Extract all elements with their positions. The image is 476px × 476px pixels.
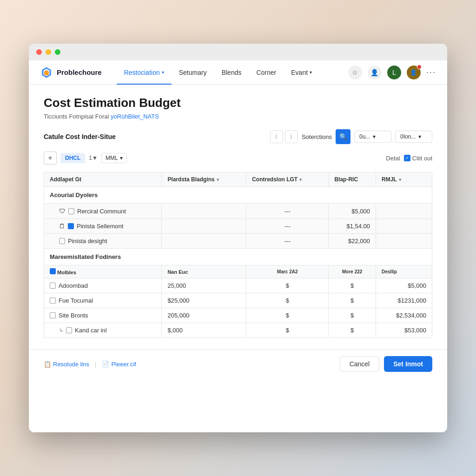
row-checkbox[interactable] — [50, 312, 56, 318]
more-options-button[interactable]: ··· — [426, 67, 436, 77]
avatar-button[interactable]: 👤 — [407, 66, 421, 79]
settings-icon-button[interactable]: L — [387, 66, 401, 79]
section-title-1: Acourial Dyolers — [44, 187, 432, 204]
nav-item-evant[interactable]: Evant ▾ — [284, 60, 319, 85]
row-cell-col3: --- — [246, 204, 329, 219]
chevron-down-icon-4: ▾ — [418, 133, 421, 140]
logo-text: Problechoure — [57, 68, 102, 76]
table-row: ↳ Kand car inl $,000 $ $ $53,000 — [44, 323, 432, 338]
row-cell-col3: $ — [246, 308, 329, 323]
sub-col-4: More 222 — [329, 265, 376, 278]
dhcl-tag[interactable]: DHCL — [60, 153, 85, 163]
dropdown-2[interactable]: 0Ion... ▾ — [395, 131, 432, 143]
set-inmot-button[interactable]: Set Inmot — [384, 356, 432, 372]
dropdown-1[interactable]: 0u... ▾ — [354, 131, 391, 143]
row-cell-name: Adoombad — [44, 278, 162, 293]
row-cell-col3: --- — [246, 234, 329, 249]
row-cell-col5 — [376, 219, 432, 234]
row-checkbox[interactable] — [68, 208, 74, 214]
nav-item-setumary[interactable]: Setumary — [172, 60, 214, 85]
row-checkbox[interactable] — [66, 327, 72, 333]
col-header-4: Blap-RIC — [329, 172, 376, 187]
pleeercif-icon: 📄 — [102, 361, 109, 368]
row-cell-col5 — [376, 234, 432, 249]
maximize-button[interactable] — [55, 49, 60, 55]
file-icon: 🗒 — [59, 223, 65, 230]
sub-col-3: Marc 2A2 — [246, 265, 329, 278]
table-row: Pinista desight --- $22,000 — [44, 234, 432, 249]
row-checkbox[interactable] — [50, 283, 56, 289]
table-row: Site Bronts 205,000 $ $ $2,534,000 — [44, 308, 432, 323]
toolbar-right: ⟨ ⟩ Soterctions 🔍 0u... ▾ 0Ion... ▾ — [270, 129, 432, 144]
nav-items: Restociation ▾ Setumary Blends Corner Ev… — [117, 60, 348, 85]
chevron-down-icon-5: ▾ — [120, 155, 123, 161]
footer-divider: | — [95, 361, 96, 368]
footer-bar: 📋 Resolude lins | 📄 Pleeer.cif Cancel Se… — [29, 349, 447, 378]
row-cell-col5: $2,534,000 — [376, 308, 432, 323]
section-header-2: Mareemisltated Fodiners — [44, 249, 432, 265]
col-header-2[interactable]: Plardsta Bladgins ▾ — [162, 172, 246, 187]
resolude-link[interactable]: 📋 Resolude lins — [44, 361, 89, 368]
page-subtitle: Ticciunts Fotnpisal Foral yoRühBliet_NAT… — [44, 113, 432, 120]
close-button[interactable] — [36, 49, 42, 55]
row-cell-col4: $ — [329, 293, 376, 308]
row-checkbox[interactable] — [68, 223, 74, 229]
footer-links: 📋 Resolude lins | 📄 Pleeer.cif — [44, 361, 136, 368]
sub-col-1: Molbles — [44, 265, 162, 278]
mml-dropdown[interactable]: MML ▾ — [101, 153, 127, 163]
row-cell-col4: $22,000 — [329, 234, 376, 249]
add-filter-button[interactable]: + — [44, 152, 57, 165]
cancel-button[interactable]: Cancel — [340, 356, 380, 372]
main-content: Cost Estimation Budget Ticciunts Fotnpis… — [29, 85, 447, 349]
sort-icon-2: ▾ — [217, 177, 219, 182]
section-header-1: Acourial Dyolers — [44, 187, 432, 204]
toolbar-left: Catule Cost Inder-Situe — [44, 133, 116, 140]
row-cell-col4: $5,000 — [329, 204, 376, 219]
nav-item-blends[interactable]: Blends — [214, 60, 249, 85]
clitout-checkbox[interactable]: ✓ — [404, 155, 410, 161]
row-checkbox[interactable] — [59, 238, 65, 244]
section-title-2: Mareemisltated Fodiners — [44, 249, 432, 265]
row-cell-col4: $ — [329, 308, 376, 323]
sort-icon-3: ▾ — [299, 177, 302, 182]
detail-label: Detal — [386, 155, 400, 162]
table-row: 🗒 Pinista Sellemont --- $1,54.00 — [44, 219, 432, 234]
col-header-5[interactable]: RMJL ▾ — [376, 172, 432, 187]
row-cell-col2 — [162, 234, 246, 249]
nav-item-corner[interactable]: Corner — [249, 60, 284, 85]
row-checkbox[interactable] — [50, 298, 56, 304]
row-cell-name: ↳ Kand car inl — [44, 323, 162, 338]
chevron-down-icon-2: ▾ — [310, 70, 312, 75]
row-cell-name: Site Bronts — [44, 308, 162, 323]
sorterctions-label: Soterctions — [302, 133, 332, 140]
nav-item-restociation[interactable]: Restociation ▾ — [117, 60, 172, 85]
sub-col-5: Desllip — [376, 265, 432, 278]
row-cell-name: Fue Tocumal — [44, 293, 162, 308]
nav-next-button[interactable]: ⟩ — [285, 130, 298, 143]
col-header-3[interactable]: Contredslon LGT ▾ — [246, 172, 329, 187]
navbar: Problechoure Restociation ▾ Setumary Ble… — [29, 60, 447, 85]
minimize-button[interactable] — [46, 49, 51, 55]
row-cell-col3: $ — [246, 293, 329, 308]
star-button[interactable]: ☆ — [348, 66, 362, 79]
search-button[interactable]: 🔍 — [336, 129, 350, 144]
step-indicator: 1▼ — [89, 155, 98, 161]
user-icon-button[interactable]: 👤 — [368, 66, 382, 79]
nav-right: ☆ 👤 L 👤 ··· — [348, 66, 436, 79]
data-table: Addlapet Gt Plardsta Bladgins ▾ Contreds — [44, 172, 432, 338]
row-cell-col4: $1,54.00 — [329, 219, 376, 234]
row-cell-name: Pinista desight — [44, 234, 162, 249]
pleeercif-link[interactable]: 📄 Pleeer.cif — [102, 361, 136, 368]
row-cell-col4: $ — [329, 323, 376, 338]
subtitle-link[interactable]: yoRühBliet_NATS — [111, 113, 159, 120]
sub-header-row: Molbles Nan Euc Marc 2A2 More 222 Deslli… — [44, 265, 432, 278]
row-cell-col3: $ — [246, 278, 329, 293]
row-cell-name: 🗒 Pinista Sellemont — [44, 219, 162, 234]
logo-icon — [40, 66, 53, 79]
titlebar — [29, 44, 447, 60]
col-header-1: Addlapet Gt — [44, 172, 162, 187]
select-all-checkbox[interactable] — [50, 268, 56, 274]
row-cell-col5: $5,000 — [376, 278, 432, 293]
row-cell-col3: --- — [246, 219, 329, 234]
nav-prev-button[interactable]: ⟨ — [270, 130, 283, 143]
